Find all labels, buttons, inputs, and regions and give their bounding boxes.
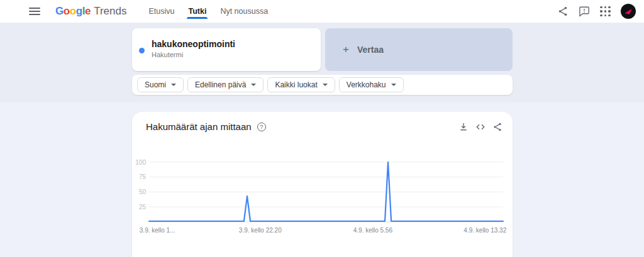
plus-icon: +: [343, 43, 349, 56]
compare-card[interactable]: + Vertaa: [325, 28, 513, 71]
logo-suffix: Trends: [94, 5, 126, 18]
term-texts: hakukoneoptimointi Hakutermi: [152, 39, 235, 58]
x-axis-labels: 3.9. kello 1...3.9. kello 22.204.9. kell…: [149, 227, 503, 236]
trend-chart-plot[interactable]: [149, 159, 503, 228]
share-icon[interactable]: [492, 122, 502, 132]
app-bar-actions: [557, 4, 644, 19]
search-term-card[interactable]: hakukoneoptimointi Hakutermi: [132, 28, 321, 71]
avatar[interactable]: [621, 4, 636, 19]
logo-letter: e: [85, 5, 91, 17]
top-nav: EtusivuTutkiNyt nousussa: [142, 0, 275, 23]
filter-geo[interactable]: Suomi: [137, 77, 184, 92]
logo[interactable]: Google Trends: [55, 5, 126, 18]
y-axis-labels: 255075100: [132, 159, 146, 228]
chevron-down-icon: [323, 84, 328, 86]
compare-label: Vertaa: [357, 45, 384, 55]
interest-over-time-card: Hakumäärät ajan mittaan ?: [132, 112, 513, 257]
feedback-icon[interactable]: [579, 6, 590, 17]
filter-label: Verkkohaku: [347, 80, 386, 89]
nav-item-etusivu[interactable]: Etusivu: [142, 0, 181, 23]
y-tick-label: 75: [132, 173, 146, 180]
chevron-down-icon: [171, 84, 176, 86]
logo-letter: o: [70, 5, 76, 17]
y-tick-label: 100: [132, 159, 146, 166]
filter-category[interactable]: Kaikki luokat: [267, 77, 335, 92]
logo-letter: G: [55, 5, 64, 17]
x-tick-label: 4.9. kello 5.56: [353, 227, 392, 234]
filter-label: Kaikki luokat: [275, 80, 317, 89]
logo-brand: Google: [55, 5, 91, 18]
chart-actions: [458, 122, 502, 132]
filter-search-type[interactable]: Verkkohaku: [339, 77, 404, 92]
share-icon[interactable]: [557, 6, 569, 17]
series-color-dot: [139, 48, 145, 53]
avatar-logo-icon: [623, 6, 633, 16]
x-tick-label: 4.9. kello 13.32: [464, 227, 506, 234]
chart-title: Hakumäärät ajan mittaan: [146, 121, 252, 132]
app-bar: Google Trends EtusivuTutkiNyt nousussa: [0, 0, 644, 23]
nav-item-tutki[interactable]: Tutki: [181, 0, 213, 23]
filter-time[interactable]: Edellinen päivä: [187, 77, 264, 92]
apps-grid-icon[interactable]: [600, 6, 611, 17]
filter-label: Suomi: [145, 80, 166, 89]
chart-header: Hakumäärät ajan mittaan ?: [132, 112, 513, 132]
chevron-down-icon: [251, 84, 256, 86]
y-tick-label: 25: [132, 204, 146, 211]
y-tick-label: 50: [132, 189, 146, 195]
menu-icon[interactable]: [29, 8, 40, 15]
x-tick-label: 3.9. kello 1...: [140, 227, 175, 234]
x-tick-label: 3.9. kello 22.20: [239, 227, 282, 234]
google-trends-page: Google Trends EtusivuTutkiNyt nousussa: [0, 0, 644, 257]
logo-letter: o: [64, 5, 70, 17]
term-type-label: Hakutermi: [152, 51, 235, 58]
help-icon[interactable]: ?: [257, 123, 266, 131]
logo-letter: g: [76, 5, 82, 17]
search-term: hakukoneoptimointi: [152, 39, 235, 49]
filter-bar: SuomiEdellinen päiväKaikki luokatVerkkoh…: [132, 75, 513, 95]
filter-label: Edellinen päivä: [195, 80, 246, 89]
nav-item-nyt-nousussa[interactable]: Nyt nousussa: [213, 0, 275, 23]
trend-line-svg: [149, 159, 503, 228]
embed-icon[interactable]: [475, 122, 486, 132]
chevron-down-icon: [391, 84, 396, 86]
download-icon[interactable]: [458, 122, 469, 132]
